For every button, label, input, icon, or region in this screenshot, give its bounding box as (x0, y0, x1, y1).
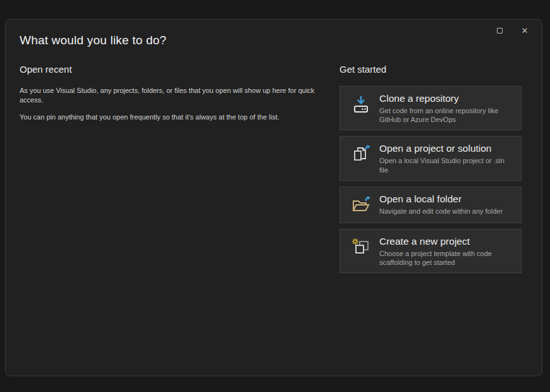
clone-repository-icon (350, 94, 372, 115)
clone-repository-title: Clone a repository (379, 93, 515, 104)
open-folder-icon (350, 194, 372, 216)
open-project-card[interactable]: Open a project or solution Open a local … (339, 136, 522, 180)
open-recent-hint-line1: As you use Visual Studio, any projects, … (20, 86, 331, 105)
clone-repository-subtitle: Get code from an online repository like … (379, 106, 515, 125)
open-project-subtitle: Open a local Visual Studio project or .s… (379, 156, 515, 175)
open-project-icon (350, 144, 372, 165)
new-project-icon (350, 236, 372, 258)
page-title: What would you like to do? (20, 34, 166, 47)
get-started-heading: Get started (339, 64, 522, 75)
open-folder-card[interactable]: Open a local folder Navigate and edit co… (339, 187, 522, 223)
open-recent-hint-line2: You can pin anything that you open frequ… (20, 113, 331, 122)
open-recent-heading: Open recent (20, 64, 331, 75)
close-button[interactable]: ✕ (516, 23, 533, 37)
maximize-icon (497, 28, 503, 34)
get-started-cards: Clone a repository Get code from an onli… (339, 86, 522, 273)
new-project-card[interactable]: Create a new project Choose a project te… (339, 229, 522, 273)
open-folder-title: Open a local folder (379, 193, 515, 205)
open-folder-subtitle: Navigate and edit code within any folder (379, 207, 515, 216)
get-started-section: Get started Clone a reposit (339, 64, 522, 273)
new-project-subtitle: Choose a project template with code scaf… (379, 249, 515, 267)
window-controls: ✕ (491, 23, 533, 37)
new-project-title: Create a new project (379, 236, 515, 247)
desktop-background: ✕ What would you like to do? Open recent… (0, 0, 550, 392)
clone-repository-card[interactable]: Clone a repository Get code from an onli… (339, 86, 522, 130)
maximize-button[interactable] (491, 23, 508, 37)
close-icon: ✕ (522, 27, 529, 35)
open-recent-section: Open recent As you use Visual Studio, an… (20, 64, 331, 130)
open-project-title: Open a project or solution (379, 143, 515, 154)
start-window-dialog: ✕ What would you like to do? Open recent… (5, 19, 542, 376)
